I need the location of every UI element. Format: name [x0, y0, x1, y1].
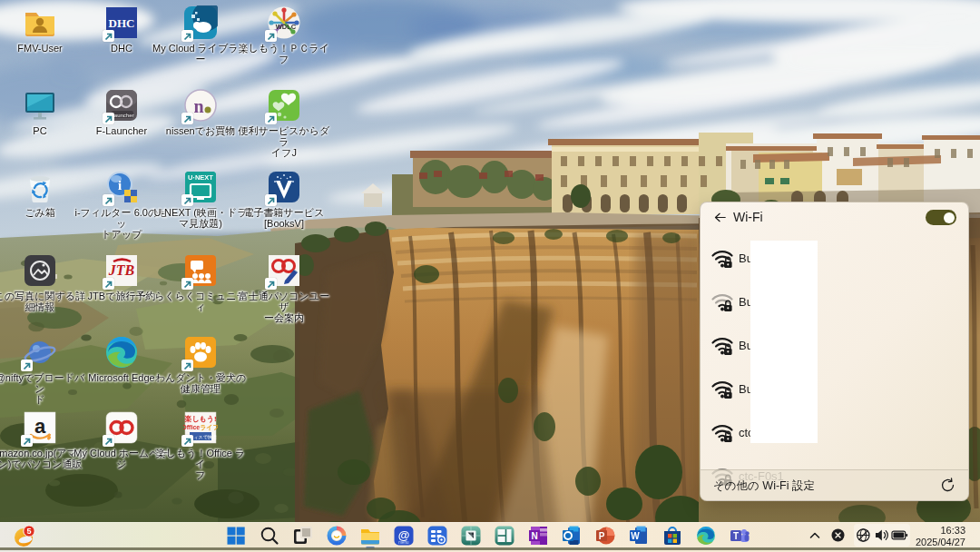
svg-text:JTB: JTB — [108, 262, 135, 278]
svg-text:楽しもう!: 楽しもう! — [183, 415, 216, 423]
svg-text:T: T — [733, 531, 739, 541]
svg-text:DHC: DHC — [109, 16, 135, 30]
svg-text:W: W — [631, 531, 640, 541]
svg-text:menu: menu — [398, 540, 409, 545]
svg-text:P: P — [599, 531, 605, 541]
svg-text:n: n — [193, 96, 203, 116]
svg-text:WDLC: WDLC — [276, 23, 297, 31]
svg-text:5: 5 — [26, 527, 31, 536]
svg-text:a: a — [34, 415, 46, 438]
svg-text:Launcher: Launcher — [111, 113, 133, 118]
svg-text:U·NEXT: U·NEXT — [188, 173, 213, 182]
svg-text:N: N — [531, 531, 537, 541]
svg-text:i: i — [118, 178, 122, 192]
svg-text:Officeライフ: Officeライフ — [183, 424, 218, 431]
